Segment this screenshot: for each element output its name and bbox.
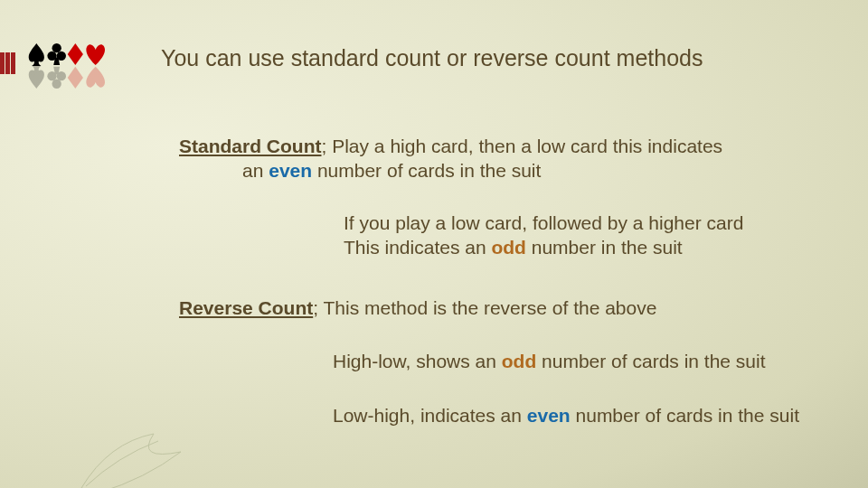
reverse-lowhigh: Low-high, indicates an even number of ca…	[179, 403, 830, 427]
standard-count-block: Standard Count; Play a high card, then a…	[179, 134, 830, 183]
odd-keyword: odd	[502, 351, 536, 371]
standard-count-detail: If you play a low card, followed by a hi…	[179, 211, 830, 260]
slide-title: You can use standard count or reverse co…	[161, 45, 703, 71]
reverse2-pre: High-low, shows an	[333, 351, 502, 371]
standard2-line1: If you play a low card, followed by a hi…	[344, 212, 743, 233]
svg-point-3	[52, 80, 61, 89]
odd-keyword: odd	[491, 237, 525, 258]
reverse2-post: number of cards in the suit	[536, 351, 765, 371]
reverse-highlow: High-low, shows an odd number of cards i…	[179, 349, 830, 373]
card-suits-logo	[27, 40, 105, 103]
reverse3-pre: Low-high, indicates an	[333, 405, 527, 426]
standard2-line2b: number in the suit	[526, 237, 683, 258]
standard2-line2a: This indicates an	[344, 237, 491, 258]
standard-line2a: an	[242, 160, 269, 181]
leaf-watermark	[72, 425, 199, 488]
even-keyword: even	[269, 160, 312, 181]
reverse-count-block: Reverse Count; This method is the revers…	[179, 296, 830, 320]
standard-line1: Play a high card, then a low card this i…	[326, 136, 722, 156]
accent-bars	[0, 52, 16, 74]
reverse3-post: number of cards in the suit	[571, 405, 799, 426]
svg-point-0	[52, 43, 61, 52]
reverse-count-label: Reverse Count	[179, 297, 313, 318]
standard-count-label: Standard Count	[179, 136, 322, 156]
even-keyword: even	[527, 405, 571, 426]
reverse-line1: This method is the reverse of the above	[318, 297, 656, 318]
slide-body: Standard Count; Play a high card, then a…	[179, 134, 830, 427]
standard-line2b: number of cards in the suit	[312, 160, 541, 181]
